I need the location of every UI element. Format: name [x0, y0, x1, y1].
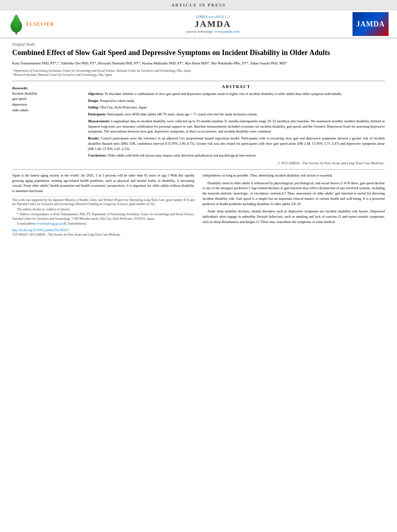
- doi-line[interactable]: http://dx.doi.org/10.1016/j.jamda.2015.0…: [12, 228, 195, 232]
- body-para-right-3: Aside from mobility declines, mental dis…: [203, 209, 385, 224]
- affiliations: ᵃ Department of Functioning Activation, …: [12, 69, 385, 77]
- footnote-conflict: The authors declare no conflicts of inte…: [12, 208, 195, 212]
- footnote-funding: This work was supported by the Japanese …: [12, 198, 195, 207]
- divider-1: [12, 81, 385, 81]
- results-label: Results:: [88, 136, 99, 140]
- keyword-item: Incident disability: [12, 91, 81, 97]
- abstract-conclusions: Conclusions: Older adults with both risk…: [88, 153, 385, 158]
- journal-header: ELSEVIER JAMDA xxx (2015) 1–5 JAMDA jour…: [0, 10, 397, 38]
- abstract-design: Design: Prospective cohort study.: [88, 98, 385, 104]
- elsevier-logo: ELSEVIER: [8, 14, 73, 34]
- measurements-label: Measurements:: [88, 119, 110, 123]
- abstract-text: Objectives: To elucidate whether a combi…: [88, 91, 385, 166]
- body-para-1: Japan is the fastest aging society in th…: [12, 173, 195, 194]
- body-para-right-1: independence as long as possible. Thus, …: [203, 173, 385, 178]
- jamda-logo-box: JAMDA: [352, 12, 389, 36]
- participants-text: Participants were 4038 older adults (48.…: [107, 112, 257, 116]
- abstract-title: ABSTRACT: [88, 84, 385, 89]
- setting-text: Obu City, Aichi Prefecture, Japan.: [100, 105, 147, 109]
- keywords-list: Incident disability gait speed depressio…: [12, 91, 81, 113]
- objectives-text: To elucidate whether a combination of sl…: [105, 92, 342, 96]
- body-col-right: independence as long as possible. Thus, …: [203, 173, 385, 237]
- footnotes: This work was supported by the Japanese …: [12, 196, 195, 226]
- article-title: Combined Effect of Slow Gait Speed and D…: [12, 48, 385, 57]
- affiliation-a: ᵃ Department of Functioning Activation, …: [12, 69, 385, 73]
- results-text: Control participants were the reference …: [88, 136, 385, 151]
- journal-homepage-link[interactable]: www.jamda.com: [215, 29, 239, 33]
- abstract-results: Results: Control participants were the r…: [88, 136, 385, 151]
- elsevier-text: ELSEVIER: [26, 21, 54, 27]
- journal-homepage: journal homepage: www.jamda.com: [73, 29, 352, 33]
- journal-name: JAMDA: [73, 19, 352, 29]
- keywords-box: Keywords: Incident disability gait speed…: [12, 86, 81, 113]
- email-suffix: (K. Tsutsumimoto).: [63, 222, 87, 225]
- measurements-text: Longitudinal data on incident disability…: [88, 119, 385, 134]
- abstract-setting: Setting: Obu City, Aichi Prefecture, Jap…: [88, 105, 385, 110]
- elsevier-section: ELSEVIER: [8, 14, 73, 34]
- body-col-left: Japan is the fastest aging society in th…: [12, 173, 195, 237]
- setting-label: Setting:: [88, 105, 99, 109]
- abstract-section: Keywords: Incident disability gait speed…: [12, 84, 385, 166]
- keywords-section: Keywords: Incident disability gait speed…: [12, 84, 81, 166]
- conclusions-text: Older adults with both risk factors may …: [107, 153, 257, 157]
- affiliation-b: ᵇ Research Institute, National Center fo…: [12, 73, 385, 77]
- footnote-email: E-mail address: k-tsutsu@ncgg.go.jp (K. …: [12, 222, 195, 226]
- journal-meta: JAMDA xxx (2015) 1–5: [73, 15, 352, 19]
- abstract-measurements: Measurements: Longitudinal data on incid…: [88, 119, 385, 134]
- design-label: Design:: [88, 99, 99, 103]
- keyword-item: older adults: [12, 108, 81, 113]
- email-label: E-mail address:: [17, 222, 36, 225]
- objectives-label: Objectives:: [88, 92, 104, 96]
- journal-homepage-label: journal homepage:: [186, 29, 213, 33]
- journal-center: JAMDA xxx (2015) 1–5 JAMDA journal homep…: [73, 15, 352, 33]
- participants-label: Participants:: [88, 112, 106, 116]
- main-content: Original Study Combined Effect of Slow G…: [0, 38, 397, 241]
- email-link[interactable]: k-tsutsu@ncgg.go.jp: [37, 222, 62, 225]
- footnote-correspondence: * Address correspondence to Kota Tsutsum…: [12, 212, 195, 221]
- body-para-right-2: Disability onset in older adults is infl…: [203, 181, 385, 207]
- abstract-content: ABSTRACT Objectives: To elucidate whethe…: [88, 84, 385, 166]
- article-in-press-banner: ARTICLE IN PRESS: [0, 0, 397, 10]
- authors: Kota Tsutsumimoto PhD, PTᵃ,*, Takehiko D…: [12, 61, 385, 66]
- body-section: Japan is the fastest aging society in th…: [12, 173, 385, 237]
- keywords-title: Keywords:: [12, 86, 81, 90]
- svg-point-4: [15, 15, 18, 20]
- divider-2: [12, 169, 385, 170]
- section-label: Original Study: [12, 42, 385, 46]
- abstract-objectives: Objectives: To elucidate whether a combi…: [88, 91, 385, 97]
- copyright-line: © 2015 AMDA – The Society for Post-Acute…: [88, 161, 385, 166]
- elsevier-tree-icon: [8, 14, 24, 34]
- abstract-participants: Participants: Participants were 4038 old…: [88, 112, 385, 117]
- keyword-item: depression: [12, 102, 81, 108]
- keyword-item: gait speed: [12, 96, 81, 102]
- issn-line: 1525-8610/© 2015 AMDA – The Society for …: [12, 232, 195, 237]
- design-text: Prospective cohort study.: [100, 99, 135, 103]
- conclusions-label: Conclusions:: [88, 153, 107, 157]
